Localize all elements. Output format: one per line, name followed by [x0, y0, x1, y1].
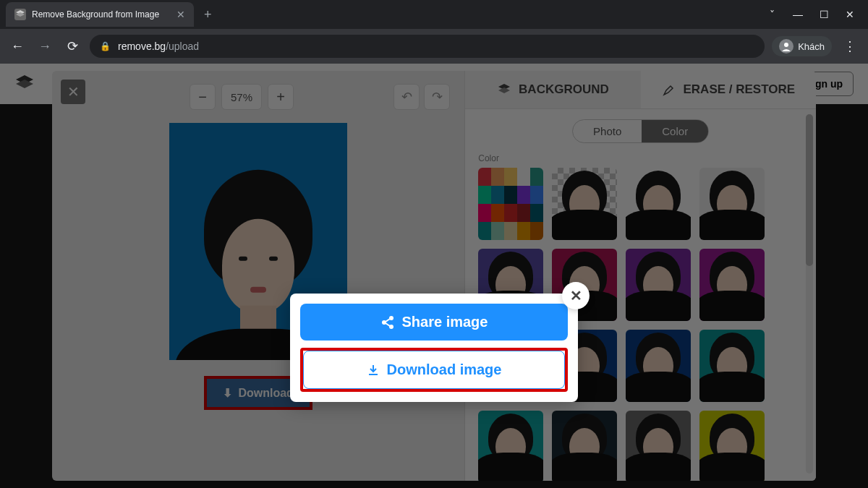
section-label: Color [478, 153, 803, 163]
close-icon[interactable]: ✕ [845, 9, 855, 20]
undo-button[interactable]: ↶ [393, 84, 420, 110]
page-content: Sign up ✕ − 57% + ↶ ↷ [0, 64, 868, 488]
tab-close-icon[interactable]: ✕ [176, 9, 185, 20]
zoom-in-button[interactable]: + [268, 84, 294, 110]
lock-icon: 🔒 [100, 41, 111, 51]
brush-icon [662, 82, 676, 97]
chevron-down-icon[interactable]: ˅ [767, 9, 777, 20]
scrollbar[interactable] [806, 114, 813, 474]
mode-color[interactable]: Color [642, 120, 708, 142]
color-swatch[interactable] [626, 330, 691, 402]
forward-button[interactable]: → [35, 39, 55, 54]
maximize-icon[interactable]: ☐ [819, 9, 829, 20]
canvas-pane: − 57% + ↶ ↷ ⬇ [52, 71, 464, 481]
address-bar[interactable]: 🔒 remove.bg/upload [90, 35, 765, 58]
color-swatch[interactable] [699, 330, 765, 402]
modal-close-button[interactable]: ✕ [562, 282, 590, 309]
scroll-thumb[interactable] [806, 114, 813, 266]
kebab-menu-icon[interactable]: ⋮ [839, 38, 861, 54]
side-panel: BACKGROUND ERASE / RESTORE Photo Color C… [464, 71, 816, 481]
color-swatch[interactable] [699, 168, 765, 240]
editor-tabs: BACKGROUND ERASE / RESTORE [465, 71, 816, 109]
site-logo-icon[interactable] [14, 74, 35, 94]
browser-titlebar: Remove Background from Image ✕ + ˅ — ☐ ✕ [0, 0, 868, 29]
undo-redo-controls: ↶ ↷ [393, 84, 450, 110]
url-host: remove.bg [118, 40, 166, 52]
svg-point-2 [784, 43, 788, 47]
tab-title: Remove Background from Image [32, 9, 171, 20]
download-icon [367, 364, 380, 377]
profile-label: Khách [798, 41, 825, 52]
zoom-out-button[interactable]: − [190, 84, 216, 110]
share-icon [380, 315, 395, 330]
minimize-icon[interactable]: — [793, 9, 803, 20]
editor-panel: ✕ − 57% + ↶ ↷ [52, 71, 816, 481]
tab-favicon [14, 9, 26, 20]
color-swatch[interactable] [626, 249, 691, 321]
color-swatch[interactable] [552, 168, 617, 240]
color-swatch[interactable] [626, 411, 691, 481]
browser-toolbar: ← → ⟳ 🔒 remove.bg/upload Khách ⋮ [0, 29, 868, 64]
profile-chip[interactable]: Khách [772, 36, 832, 56]
mode-photo[interactable]: Photo [573, 120, 642, 142]
avatar-icon [779, 39, 793, 53]
share-image-button[interactable]: Share image [300, 304, 568, 341]
svg-line-10 [386, 319, 390, 322]
color-swatch[interactable] [552, 411, 617, 481]
svg-rect-12 [369, 374, 378, 375]
back-button[interactable]: ← [7, 39, 27, 54]
share-download-modal: ✕ Share image Download image [290, 294, 578, 402]
download-image-highlight: Download image [300, 348, 568, 392]
tab-background-label: BACKGROUND [519, 82, 609, 97]
color-swatch[interactable] [478, 411, 543, 481]
tab-erase[interactable]: ERASE / RESTORE [641, 71, 816, 108]
svg-marker-6 [498, 87, 510, 93]
reload-button[interactable]: ⟳ [62, 38, 82, 54]
download-image-label: Download image [387, 361, 502, 378]
zoom-value: 57% [221, 84, 262, 110]
layers-icon [497, 82, 511, 97]
download-icon: ⬇ [223, 386, 232, 400]
mode-toggle: Photo Color [572, 119, 709, 143]
share-label: Share image [402, 314, 488, 330]
tab-erase-label: ERASE / RESTORE [684, 82, 796, 97]
tab-background[interactable]: BACKGROUND [465, 71, 640, 108]
redo-button[interactable]: ↷ [424, 84, 450, 110]
color-swatch[interactable] [478, 168, 543, 240]
new-tab-button[interactable]: + [194, 7, 222, 22]
color-swatch[interactable] [699, 411, 765, 481]
browser-tab[interactable]: Remove Background from Image ✕ [6, 2, 194, 27]
svg-marker-4 [16, 80, 33, 88]
url-path: /upload [166, 40, 199, 52]
zoom-controls: − 57% + [190, 84, 294, 110]
color-swatch[interactable] [699, 249, 765, 321]
color-swatch[interactable] [626, 168, 691, 240]
download-image-button[interactable]: Download image [303, 351, 565, 389]
window-buttons: ˅ — ☐ ✕ [767, 9, 868, 20]
download-label: Download [238, 387, 293, 400]
svg-line-11 [386, 323, 390, 326]
